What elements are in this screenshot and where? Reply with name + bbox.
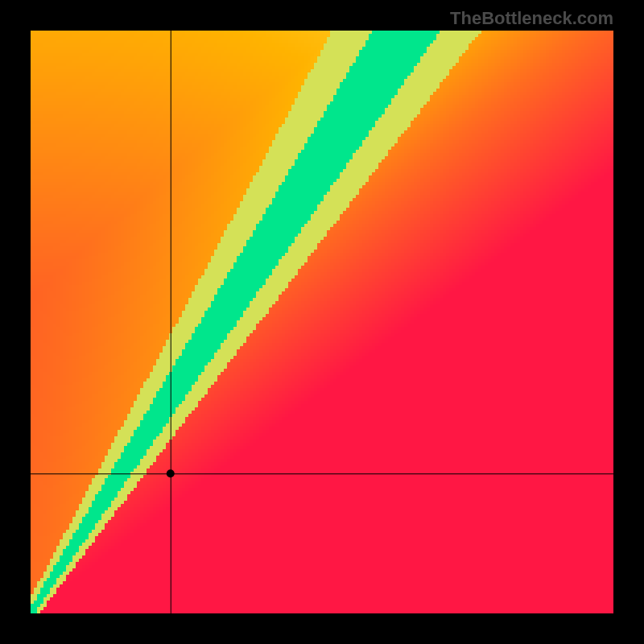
chart-frame: TheBottleneck.com: [0, 0, 644, 644]
watermark-text: TheBottleneck.com: [450, 8, 613, 29]
heatmap-canvas: [31, 31, 613, 613]
heatmap-plot: [31, 31, 613, 613]
